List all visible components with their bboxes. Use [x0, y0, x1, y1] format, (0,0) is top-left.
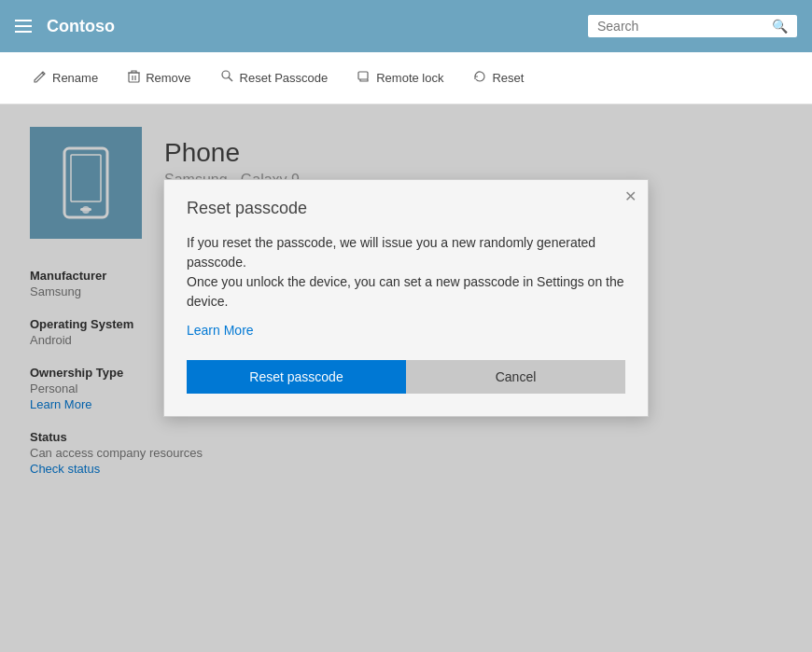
rename-icon [34, 70, 47, 86]
modal-cancel-button[interactable]: Cancel [406, 360, 625, 394]
modal-body-line2: Once you unlock the device, you can set … [187, 274, 624, 309]
remote-lock-label: Remote lock [376, 71, 443, 85]
modal-title: Reset passcode [187, 199, 625, 218]
modal-body-line1: If you reset the passcode, we will issue… [187, 235, 595, 270]
remote-lock-icon [357, 70, 371, 86]
reset-label: Reset [492, 71, 524, 85]
search-input[interactable] [597, 19, 766, 34]
rename-label: Rename [52, 71, 98, 85]
main-content: Phone Samsung - Galaxy 9 Manufacturer Sa… [0, 104, 812, 652]
app-title: Contoso [47, 17, 573, 36]
remove-icon [128, 70, 140, 86]
remote-lock-button[interactable]: Remote lock [346, 64, 455, 91]
svg-rect-0 [129, 73, 139, 82]
modal-reset-button[interactable]: Reset passcode [187, 360, 406, 394]
reset-icon [473, 70, 486, 86]
svg-point-1 [222, 71, 230, 78]
reset-button[interactable]: Reset [462, 64, 535, 91]
reset-passcode-modal: ✕ Reset passcode If you reset the passco… [163, 179, 649, 417]
modal-actions: Reset passcode Cancel [187, 360, 625, 394]
modal-close-button[interactable]: ✕ [624, 189, 637, 204]
toolbar: Rename Remove Reset Passcode Remote [0, 52, 812, 104]
modal-body: If you reset the passcode, we will issue… [187, 233, 625, 312]
remove-label: Remove [146, 71, 190, 85]
header: Contoso 🔍 [0, 0, 812, 52]
reset-passcode-button[interactable]: Reset Passcode [210, 64, 340, 91]
search-box: 🔍 [588, 15, 797, 37]
remove-button[interactable]: Remove [117, 64, 202, 91]
modal-learn-more-link[interactable]: Learn More [187, 323, 625, 338]
svg-rect-2 [358, 72, 368, 79]
reset-passcode-label: Reset Passcode [240, 71, 329, 85]
modal-overlay: ✕ Reset passcode If you reset the passco… [0, 104, 812, 652]
reset-passcode-icon [221, 70, 234, 86]
search-icon: 🔍 [772, 19, 788, 34]
rename-button[interactable]: Rename [22, 64, 109, 91]
menu-icon[interactable] [15, 20, 32, 33]
